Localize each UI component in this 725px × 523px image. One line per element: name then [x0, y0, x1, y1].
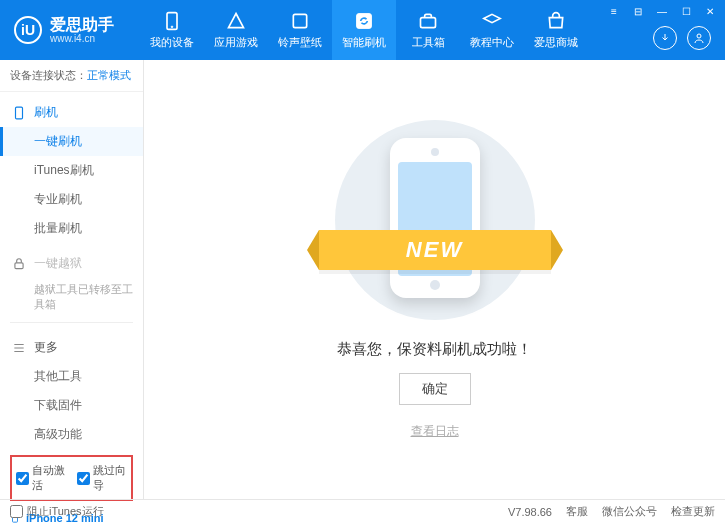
nav-ringtone-wallpaper[interactable]: 铃声壁纸 [268, 0, 332, 60]
status-bar: 阻止iTunes运行 V7.98.66 客服 微信公众号 检查更新 [0, 499, 725, 523]
minimize-icon[interactable]: — [653, 4, 671, 18]
svg-rect-6 [16, 107, 23, 119]
top-nav: 我的设备 应用游戏 铃声壁纸 智能刷机 工具箱 教程中心 [140, 0, 605, 60]
toolbox-icon [418, 11, 438, 31]
nav-label: 工具箱 [412, 35, 445, 50]
confirm-button[interactable]: 确定 [399, 373, 471, 405]
nav-label: 爱思商城 [534, 35, 578, 50]
nav-my-device[interactable]: 我的设备 [140, 0, 204, 60]
sidebar-head-more[interactable]: 更多 [0, 333, 143, 362]
user-icon [693, 32, 705, 44]
sidebar-item-onekey-flash[interactable]: 一键刷机 [0, 127, 143, 156]
sidebar-item-other-tools[interactable]: 其他工具 [0, 362, 143, 391]
main-content: NEW 恭喜您，保资料刷机成功啦！ 确定 查看日志 [144, 60, 725, 499]
store-icon [546, 11, 566, 31]
title-bar: iU 爱思助手 www.i4.cn 我的设备 应用游戏 铃声壁纸 智能刷机 [0, 0, 725, 60]
nav-label: 应用游戏 [214, 35, 258, 50]
svg-rect-4 [421, 17, 436, 27]
sidebar-item-itunes-flash[interactable]: iTunes刷机 [0, 156, 143, 185]
nav-store[interactable]: 爱思商城 [524, 0, 588, 60]
logo-area: iU 爱思助手 www.i4.cn [0, 0, 140, 60]
version-label: V7.98.66 [508, 506, 552, 518]
nav-label: 教程中心 [470, 35, 514, 50]
sidebar-item-download-firmware[interactable]: 下载固件 [0, 391, 143, 420]
nav-apps-games[interactable]: 应用游戏 [204, 0, 268, 60]
checkbox-skip-setup[interactable]: 跳过向导 [77, 463, 128, 493]
nav-tutorials[interactable]: 教程中心 [460, 0, 524, 60]
refresh-icon [354, 11, 374, 31]
wechat-link[interactable]: 微信公众号 [602, 504, 657, 519]
svg-point-5 [697, 34, 701, 38]
menu-icon[interactable]: ≡ [605, 4, 623, 18]
checkbox-auto-activate[interactable]: 自动激活 [16, 463, 67, 493]
phone-icon [12, 106, 26, 120]
success-message: 恭喜您，保资料刷机成功啦！ [337, 340, 532, 359]
account-button[interactable] [687, 26, 711, 50]
sidebar-head-flash[interactable]: 刷机 [0, 98, 143, 127]
phone-icon [162, 11, 182, 31]
sidebar-item-batch-flash[interactable]: 批量刷机 [0, 214, 143, 243]
close-icon[interactable]: ✕ [701, 4, 719, 18]
graduation-icon [482, 11, 502, 31]
sidebar-head-jailbreak[interactable]: 一键越狱 [0, 249, 143, 278]
lock-icon [12, 257, 26, 271]
sidebar-item-advanced[interactable]: 高级功能 [0, 420, 143, 449]
app-url: www.i4.cn [50, 33, 114, 44]
jailbreak-note: 越狱工具已转移至工具箱 [0, 278, 143, 318]
app-title: 爱思助手 [50, 16, 114, 34]
success-illustration: NEW [335, 120, 535, 320]
app-logo-icon: iU [14, 16, 42, 44]
nav-label: 智能刷机 [342, 35, 386, 50]
connection-status: 设备连接状态：正常模式 [0, 60, 143, 92]
new-banner: NEW [319, 230, 551, 270]
view-log-link[interactable]: 查看日志 [411, 423, 459, 440]
apps-icon [226, 11, 246, 31]
list-icon [12, 341, 26, 355]
pin-icon[interactable]: ⊟ [629, 4, 647, 18]
nav-label: 铃声壁纸 [278, 35, 322, 50]
nav-label: 我的设备 [150, 35, 194, 50]
sidebar: 设备连接状态：正常模式 刷机 一键刷机 iTunes刷机 专业刷机 批量刷机 一… [0, 60, 144, 499]
svg-rect-2 [293, 14, 306, 27]
download-button[interactable] [653, 26, 677, 50]
options-highlighted-box: 自动激活 跳过向导 [10, 455, 133, 501]
svg-point-1 [171, 26, 173, 28]
svg-rect-7 [15, 262, 23, 268]
download-icon [659, 32, 671, 44]
sidebar-item-pro-flash[interactable]: 专业刷机 [0, 185, 143, 214]
checkbox-block-itunes[interactable]: 阻止iTunes运行 [10, 504, 104, 519]
media-icon [290, 11, 310, 31]
check-update-link[interactable]: 检查更新 [671, 504, 715, 519]
svg-rect-3 [357, 13, 372, 28]
nav-toolbox[interactable]: 工具箱 [396, 0, 460, 60]
maximize-icon[interactable]: ☐ [677, 4, 695, 18]
nav-smart-flash[interactable]: 智能刷机 [332, 0, 396, 60]
support-link[interactable]: 客服 [566, 504, 588, 519]
